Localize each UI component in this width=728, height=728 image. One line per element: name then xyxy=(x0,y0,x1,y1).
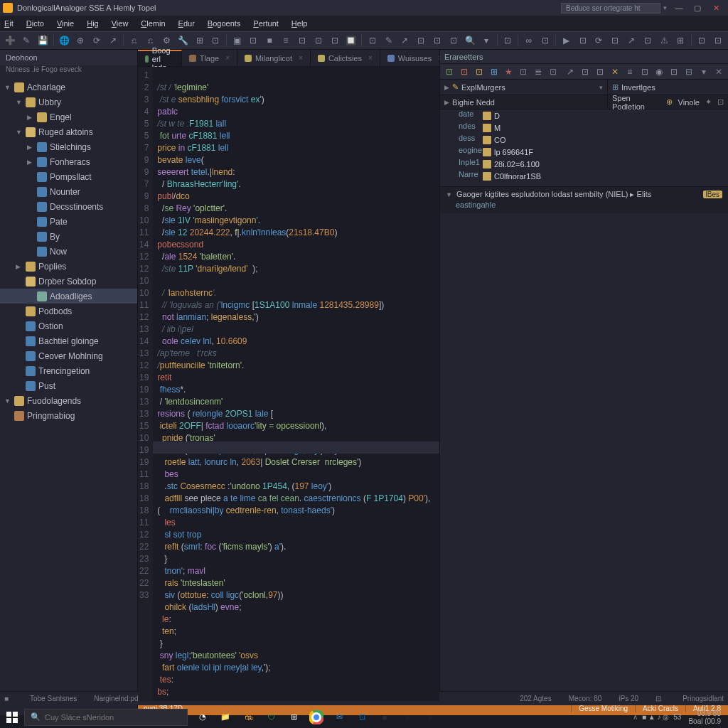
taskbar-app-icon[interactable]: 🛍 xyxy=(239,708,257,727)
tree-item[interactable]: ▼Fuodolagends xyxy=(0,393,137,408)
tree-item[interactable]: Adoadliges xyxy=(0,289,137,304)
toolbar-icon[interactable]: ≡ xyxy=(279,33,294,48)
inspector-toolbar-icon[interactable]: ⊡ xyxy=(547,65,560,78)
toolbar-icon[interactable]: ⊡ xyxy=(695,33,710,48)
tree-item[interactable]: Pate xyxy=(0,214,137,229)
tree-item[interactable]: Decsstinoents xyxy=(0,199,137,214)
taskbar-app-icon[interactable] xyxy=(307,708,326,727)
taskbar-app-icon[interactable]: 🛡 xyxy=(262,708,280,727)
tray-clock[interactable]: 03.9 80 Boal (00.9 xyxy=(685,710,724,725)
tree-item[interactable]: Pompsllact xyxy=(0,169,137,184)
tree-item[interactable]: Trencingetion xyxy=(0,363,137,378)
tree-item[interactable]: ▶Stielchings xyxy=(0,139,137,154)
tree-item[interactable]: Pust xyxy=(0,378,137,393)
toolbar-icon[interactable]: ▣ xyxy=(230,33,245,48)
inspector-toolbar-icon[interactable]: ⊡ xyxy=(473,65,486,78)
toolbar-icon[interactable]: ⊡ xyxy=(575,33,590,48)
editor-tab[interactable]: Tlage× xyxy=(182,50,237,66)
build-chip-1[interactable]: Gesse Motiking xyxy=(571,705,635,712)
menu-bogoents[interactable]: Bogoents xyxy=(208,19,241,28)
toolbar-icon[interactable]: ⊕ xyxy=(73,33,88,48)
inspector-toolbar-icon[interactable]: ⊡ xyxy=(668,65,680,78)
bottom-tab-1[interactable]: Tobe Santsnes xyxy=(30,695,77,702)
toolbar-icon[interactable]: 🔍 xyxy=(463,33,478,48)
tree-item[interactable]: ▶Engel xyxy=(0,109,137,124)
taskbar-search[interactable]: 🔍Cuy Sláce sNeridon xyxy=(24,709,188,726)
toolbar-icon[interactable]: 🔧 xyxy=(176,33,191,48)
close-button[interactable]: ✕ xyxy=(707,0,725,16)
inspector-row[interactable]: ndesM xyxy=(440,122,728,134)
menu-vinie[interactable]: Vinie xyxy=(57,19,74,28)
inspector-toolbar-icon[interactable]: ⊡ xyxy=(638,65,651,78)
tree-item[interactable]: Now xyxy=(0,244,137,259)
toolbar-icon[interactable]: ⊞ xyxy=(192,33,207,48)
toolbar-icon[interactable]: ⚠ xyxy=(657,33,672,48)
menu-edur[interactable]: Edur xyxy=(178,19,195,28)
inspector-toolbar-icon[interactable]: ⊞ xyxy=(488,65,500,78)
inspector-toolbar-icon[interactable]: ⊡ xyxy=(594,65,606,78)
tree-item[interactable]: Ceover Mohlning xyxy=(0,348,137,363)
toolbar-icon[interactable]: ⊡ xyxy=(430,33,445,48)
taskbar-app-icon[interactable]: ■ xyxy=(421,708,439,727)
toolbar-icon[interactable]: ⊡ xyxy=(537,33,552,48)
toolbar-icon[interactable]: ⊡ xyxy=(246,33,261,48)
menu-pertunt[interactable]: Pertunt xyxy=(253,19,278,28)
inspector-row[interactable]: eoginelp 696641F xyxy=(440,146,728,158)
tree-item[interactable]: Ostion xyxy=(0,318,137,333)
editor-tab[interactable]: Boog erl lods xyxy=(138,50,182,66)
minimize-button[interactable]: — xyxy=(670,0,688,16)
tree-item[interactable]: ▼Ubbry xyxy=(0,95,137,109)
tree-item[interactable]: ▼Acharlage xyxy=(0,80,137,95)
toolbar-icon[interactable]: ↗ xyxy=(397,33,412,48)
toolbar-icon[interactable]: ⊡ xyxy=(500,33,515,48)
toolbar-icon[interactable]: ⊡ xyxy=(365,33,380,48)
tree-item[interactable]: By xyxy=(0,229,137,244)
inspector-toolbar-icon[interactable]: ✕ xyxy=(609,65,621,78)
toolbar-icon[interactable]: ⊡ xyxy=(311,33,326,48)
code-editor[interactable]: 1234557997981011141212101011121314131219… xyxy=(138,67,439,701)
inspector-row[interactable]: NarreC0lfnorar1SB xyxy=(440,170,728,182)
toolbar-icon[interactable]: ⊡ xyxy=(710,33,725,48)
toolbar-icon[interactable]: ➕ xyxy=(3,33,18,48)
toolbar-icon[interactable]: ▾ xyxy=(479,33,494,48)
bottom-tab-2[interactable]: Narginelnd:pdrit xyxy=(94,695,144,702)
toolbar-icon[interactable]: 💾 xyxy=(36,33,50,48)
title-search-chevron-icon[interactable]: ▾ xyxy=(663,4,667,11)
toolbar-icon[interactable]: ⊡ xyxy=(295,33,310,48)
inspector-toolbar-icon[interactable]: ⊡ xyxy=(517,65,530,78)
taskbar-app-icon[interactable]: ◔ xyxy=(193,708,212,727)
toolbar-icon[interactable]: ∞ xyxy=(521,33,536,48)
toolbar-icon[interactable]: ↗ xyxy=(105,33,120,48)
maximize-button[interactable]: ▢ xyxy=(688,0,707,16)
inspector-row[interactable]: dateD xyxy=(440,109,728,122)
editor-tab[interactable]: Milanglicot× xyxy=(237,50,311,66)
toolbar-icon[interactable]: ✎ xyxy=(19,33,34,48)
toolbar-icon[interactable]: ⊡ xyxy=(208,33,223,48)
toolbar-icon[interactable]: ⊡ xyxy=(414,33,429,48)
inspector-toolbar-icon[interactable]: ★ xyxy=(503,65,515,78)
menu-hig[interactable]: Hig xyxy=(87,19,99,28)
menu-clemin[interactable]: Clemin xyxy=(141,19,165,28)
editor-tab[interactable]: Calictsies× xyxy=(311,50,380,66)
menu-view[interactable]: View xyxy=(112,19,129,28)
menu-help[interactable]: Help xyxy=(291,19,308,28)
system-tray[interactable]: ∧ ■ ▲ ♪ ◎ 53 03.9 80 Boal (00.9 xyxy=(628,710,728,725)
toolbar-icon[interactable]: ⊡ xyxy=(608,33,623,48)
inspector-row[interactable]: dessCO xyxy=(440,134,728,146)
taskbar-app-icon[interactable]: ■ xyxy=(398,708,417,727)
toolbar-icon[interactable]: ⊡ xyxy=(641,33,655,48)
code-content[interactable]: /st / 'leglmine' /st e sensbhling forsvi… xyxy=(153,67,439,701)
toolbar-icon[interactable]: ⟳ xyxy=(592,33,606,48)
start-button[interactable] xyxy=(0,706,24,729)
tree-item[interactable]: Drpber Sobdop xyxy=(0,274,137,289)
tree-item[interactable]: Pringmabiog xyxy=(0,408,137,423)
inspector-toolbar-icon[interactable]: ≡ xyxy=(623,65,636,78)
toolbar-icon[interactable]: 🔲 xyxy=(343,33,358,48)
inspector-toolbar-icon[interactable]: ✕ xyxy=(712,65,725,78)
toolbar-icon[interactable]: ↗ xyxy=(624,33,639,48)
inspector-col1-head[interactable]: ▶ ✎ ExplMurgers ▾ xyxy=(440,80,608,95)
menu-eit[interactable]: Eit xyxy=(4,19,14,28)
toolbar-icon[interactable]: ■ xyxy=(262,33,277,48)
inspector-toolbar-icon[interactable]: ↗ xyxy=(564,65,577,78)
tree-item[interactable]: Bachtiel gloinge xyxy=(0,333,137,348)
